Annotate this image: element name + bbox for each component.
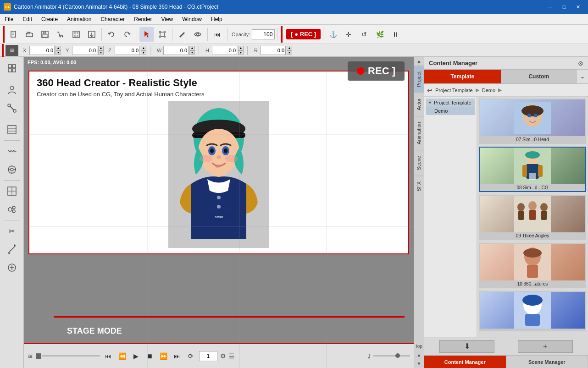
- side-tab-up-arrow[interactable]: ▲: [414, 57, 424, 66]
- side-tab-label[interactable]: top: [414, 342, 424, 351]
- list-item[interactable]: 10 360...atures: [479, 243, 586, 288]
- bottom-tab-scene-manager[interactable]: Scene Manager: [506, 356, 588, 368]
- select-tool-button[interactable]: [139, 27, 154, 42]
- menu-animation[interactable]: Animation: [62, 14, 96, 24]
- stop-button[interactable]: ⏹: [144, 351, 155, 362]
- timeline-icon-1[interactable]: ≋: [28, 352, 33, 360]
- r-spin-down[interactable]: ▼: [287, 50, 292, 55]
- undo-button[interactable]: [104, 27, 119, 42]
- view-button[interactable]: [69, 27, 83, 42]
- list-item[interactable]: 07 Sim...0 Head: [479, 99, 586, 144]
- lp-grid-button[interactable]: [3, 60, 21, 77]
- list-item[interactable]: [479, 291, 586, 331]
- new-button[interactable]: [6, 27, 21, 42]
- h-input[interactable]: [212, 46, 237, 55]
- open-button[interactable]: [22, 27, 37, 42]
- w-spin-down[interactable]: ▼: [189, 50, 195, 55]
- breadcrumb-project-template[interactable]: Project Template: [435, 88, 473, 93]
- transform-button[interactable]: [155, 27, 170, 42]
- timeline-list-button[interactable]: ☰: [229, 352, 235, 360]
- cm-add-button[interactable]: +: [518, 340, 573, 353]
- lp-grid3-button[interactable]: [3, 182, 21, 200]
- rotate-button[interactable]: ↺: [357, 27, 372, 42]
- menu-view[interactable]: View: [156, 14, 178, 24]
- opacity-input[interactable]: [252, 29, 275, 39]
- pen-button[interactable]: [175, 27, 189, 42]
- z-spin-up[interactable]: ▲: [141, 46, 146, 50]
- volume-thumb[interactable]: [395, 353, 400, 358]
- lp-add-button[interactable]: [3, 259, 21, 276]
- menu-character[interactable]: Character: [96, 14, 129, 24]
- menu-edit[interactable]: Edit: [18, 14, 37, 24]
- h-spin-up[interactable]: ▲: [238, 46, 244, 50]
- maximize-button[interactable]: □: [558, 2, 571, 12]
- side-tab-sfx[interactable]: SFX: [414, 176, 424, 197]
- side-tab-down-arrow-1[interactable]: ▲: [414, 351, 424, 359]
- move-button[interactable]: ✛: [341, 27, 356, 42]
- y-input[interactable]: [72, 46, 97, 55]
- w-input[interactable]: [163, 46, 189, 55]
- rec-overlay[interactable]: REC ]: [348, 61, 405, 81]
- side-tab-project[interactable]: Project: [414, 66, 424, 93]
- volume-track[interactable]: [373, 355, 410, 357]
- breadcrumb-demo[interactable]: Demo: [482, 88, 495, 93]
- minimize-button[interactable]: ─: [544, 2, 557, 12]
- rec-button[interactable]: [ ● REC ]: [286, 29, 321, 39]
- timeline-settings-button[interactable]: ⚙: [220, 352, 226, 360]
- tree-child-demo[interactable]: Demo: [426, 107, 475, 115]
- note-icon[interactable]: ♩: [367, 352, 371, 360]
- z-spin-down[interactable]: ▼: [141, 50, 146, 55]
- menu-render[interactable]: Render: [129, 14, 156, 24]
- step-back-button[interactable]: ⏪: [116, 351, 128, 362]
- lp-wave-button[interactable]: [3, 143, 21, 160]
- w-spin-up[interactable]: ▲: [189, 46, 195, 50]
- save-button[interactable]: [38, 27, 52, 42]
- lp-group-button[interactable]: [3, 201, 21, 218]
- eye-button[interactable]: [190, 27, 205, 42]
- lp-target-button[interactable]: [3, 161, 21, 178]
- timeline-button[interactable]: ⏸: [388, 27, 403, 42]
- loop-button[interactable]: ⟳: [185, 351, 196, 362]
- cm-tab-custom[interactable]: Custom: [501, 70, 577, 83]
- cm-tab-template[interactable]: Template: [424, 70, 501, 83]
- lp-bone-button[interactable]: [3, 99, 21, 117]
- grid-mode-button[interactable]: ⊞: [6, 45, 18, 56]
- breadcrumb-back-button[interactable]: ↩: [427, 87, 433, 94]
- x-spin-up[interactable]: ▲: [55, 46, 61, 50]
- position-thumb[interactable]: [36, 353, 41, 359]
- redo-button[interactable]: [120, 27, 134, 42]
- stage-mode-button[interactable]: STAGE MODE: [56, 322, 133, 341]
- anchor-button[interactable]: ⚓: [326, 27, 340, 42]
- frame-input[interactable]: [199, 351, 217, 361]
- cm-close-button[interactable]: ⊗: [578, 60, 583, 67]
- goto-end-button[interactable]: ⏭: [172, 351, 183, 362]
- goto-start-button[interactable]: ⏮: [103, 351, 114, 362]
- cart-button[interactable]: [53, 27, 68, 42]
- play-button[interactable]: ▶: [130, 351, 141, 362]
- y-spin-up[interactable]: ▲: [98, 46, 104, 50]
- lp-link-button[interactable]: [3, 241, 21, 258]
- list-item[interactable]: 09 Three Angles: [479, 195, 586, 240]
- lp-grid2-button[interactable]: [3, 121, 21, 138]
- export-button[interactable]: [84, 27, 99, 42]
- r-spin-up[interactable]: ▲: [287, 46, 292, 50]
- menu-file[interactable]: File: [0, 14, 18, 24]
- menu-create[interactable]: Create: [37, 14, 62, 24]
- lp-cut-button[interactable]: ✂: [3, 222, 21, 240]
- x-input[interactable]: [29, 46, 55, 55]
- z-input[interactable]: [115, 46, 140, 55]
- step-forward-button[interactable]: ⏩: [158, 351, 169, 362]
- h-spin-down[interactable]: ▼: [238, 50, 244, 55]
- side-tab-actor[interactable]: Actor: [414, 93, 424, 116]
- x-spin-down[interactable]: ▼: [55, 50, 61, 55]
- nav-start-button[interactable]: ⏮: [210, 27, 225, 42]
- list-item[interactable]: 08 Sim...d - CG: [479, 147, 586, 192]
- side-tab-scene[interactable]: Scene: [414, 150, 424, 176]
- bottom-tab-content-manager[interactable]: Content Manager: [424, 356, 506, 368]
- side-tab-animation[interactable]: Animation: [414, 116, 424, 150]
- tree-folder-project-template[interactable]: ▼ Project Template: [426, 99, 475, 107]
- y-spin-down[interactable]: ▼: [98, 50, 104, 55]
- menu-help[interactable]: Help: [206, 14, 227, 24]
- r-input[interactable]: [261, 46, 286, 55]
- close-button[interactable]: ✕: [571, 2, 584, 12]
